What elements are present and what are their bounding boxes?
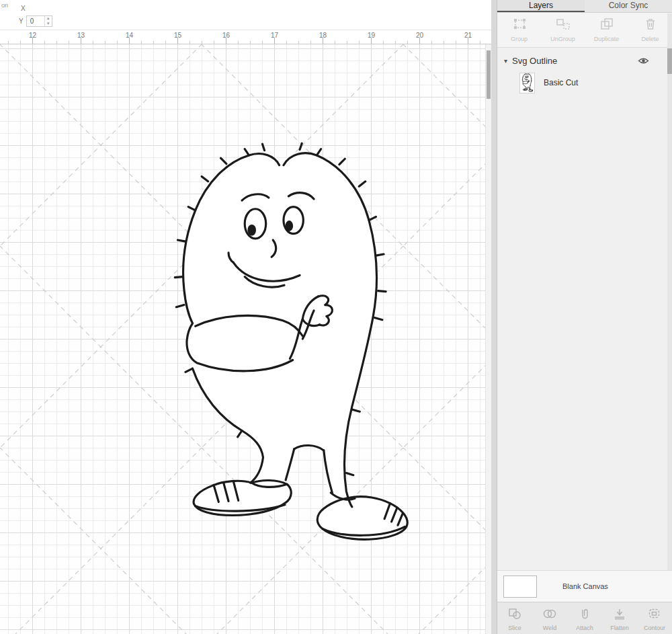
- duplicate-button[interactable]: Duplicate: [585, 13, 628, 47]
- duplicate-label: Duplicate: [594, 36, 620, 42]
- slice-label: Slice: [508, 625, 521, 631]
- flatten-label: Flatten: [610, 625, 629, 631]
- group-label: Group: [511, 36, 528, 42]
- ruler-number: 17: [271, 32, 278, 39]
- layer-group-svg-outline[interactable]: ▾ Svg Outline: [497, 52, 672, 69]
- blank-canvas-row[interactable]: Blank Canvas: [497, 570, 672, 602]
- panel-tabs: Layers Color Sync: [497, 0, 672, 13]
- ruler-number: 21: [464, 32, 472, 39]
- layer-group-label: Svg Outline: [512, 56, 638, 66]
- canvas-topbar: on X Y 0 ▲ ▼: [0, 0, 491, 30]
- collapse-caret-icon[interactable]: ▾: [504, 57, 507, 65]
- weld-label: Weld: [543, 625, 556, 631]
- contour-label: Contour: [644, 625, 665, 631]
- design-canvas[interactable]: [0, 44, 485, 634]
- ungroup-button[interactable]: UnGroup: [541, 13, 585, 47]
- ruler-number: 19: [368, 32, 375, 39]
- flatten-button[interactable]: Flatten: [602, 602, 637, 634]
- x-position-label: X: [21, 5, 26, 12]
- tab-layers[interactable]: Layers: [497, 0, 585, 12]
- attach-button[interactable]: Attach: [567, 602, 602, 634]
- blank-canvas-label: Blank Canvas: [562, 582, 608, 590]
- slice-button[interactable]: Slice: [497, 602, 532, 634]
- canvas-scrollbar-thumb[interactable]: [487, 50, 491, 99]
- contour-button[interactable]: Contour: [637, 602, 672, 634]
- delete-label: Delete: [641, 36, 659, 42]
- ruler-number: 20: [416, 32, 423, 39]
- y-position-steppers[interactable]: ▲ ▼: [44, 16, 52, 26]
- delete-button[interactable]: Delete: [628, 13, 672, 47]
- design-app-window: on X Y 0 ▲ ▼ 12 13 14 15 16 17: [0, 0, 672, 634]
- canvas-vertical-scrollbar[interactable]: [485, 44, 491, 634]
- duplicate-icon: [599, 17, 614, 34]
- canvas-artwork[interactable]: [143, 141, 425, 551]
- delete-icon: [643, 17, 658, 34]
- panel-divider: [491, 0, 497, 634]
- horizontal-ruler: 12 13 14 15 16 17 18 19 20 21: [0, 30, 491, 44]
- y-position-label: Y: [19, 17, 24, 25]
- ruler-number: 16: [222, 32, 230, 39]
- layer-thumbnail-art: [521, 73, 534, 92]
- eye-icon: [638, 57, 649, 65]
- layer-thumbnail[interactable]: [519, 73, 535, 93]
- attach-label: Attach: [576, 625, 593, 631]
- slice-icon: [508, 608, 521, 623]
- step-down-icon[interactable]: ▼: [45, 22, 52, 27]
- step-up-icon[interactable]: ▲: [45, 16, 52, 22]
- layers-panel: Layers Color Sync Group UnGroup Dupli: [497, 0, 672, 634]
- y-position-input[interactable]: 0 ▲ ▼: [26, 15, 52, 27]
- topbar-text-fragment: on: [1, 2, 8, 9]
- attach-icon: [578, 608, 591, 623]
- layer-item-basic-cut[interactable]: Basic Cut: [497, 69, 672, 96]
- weld-button[interactable]: Weld: [532, 602, 567, 634]
- ruler-number: 12: [29, 32, 36, 39]
- flatten-icon: [613, 608, 626, 623]
- layer-actions-toolbar: Group UnGroup Duplicate Delete: [497, 13, 672, 48]
- ruler-number: 14: [126, 32, 133, 39]
- y-position-value[interactable]: 0: [27, 16, 44, 26]
- panel-scrollbar-thumb[interactable]: [667, 48, 672, 74]
- ruler-number: 13: [77, 32, 85, 39]
- contour-icon: [648, 608, 661, 623]
- ruler-number: 18: [319, 32, 327, 39]
- weld-icon: [543, 608, 556, 623]
- canvas-column: on X Y 0 ▲ ▼ 12 13 14 15 16 17: [0, 0, 491, 634]
- group-icon: [512, 17, 527, 34]
- ungroup-icon: [556, 17, 571, 34]
- panel-scrollbar[interactable]: [667, 13, 672, 593]
- ruler-number: 15: [174, 32, 181, 39]
- y-position-group: Y 0 ▲ ▼: [19, 15, 52, 27]
- canvas-color-swatch[interactable]: [503, 576, 537, 598]
- layer-item-label: Basic Cut: [544, 78, 578, 87]
- visibility-toggle[interactable]: [638, 57, 649, 65]
- group-button[interactable]: Group: [497, 13, 541, 47]
- path-operations-toolbar: Slice Weld Attach Flatten: [497, 602, 672, 634]
- ungroup-label: UnGroup: [550, 36, 575, 42]
- tab-color-sync[interactable]: Color Sync: [585, 0, 672, 12]
